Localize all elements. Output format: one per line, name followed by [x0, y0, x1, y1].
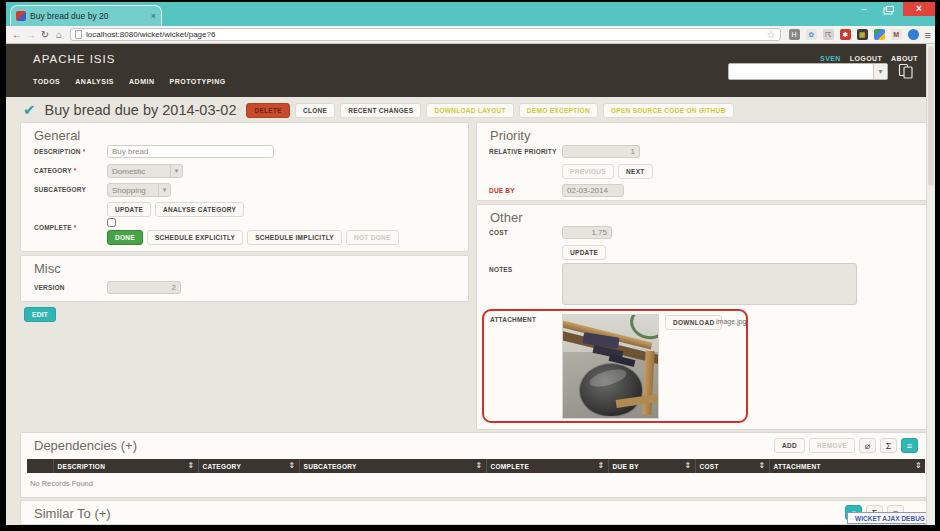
menu-item-prototyping[interactable]: PROTOTYPING	[169, 78, 225, 85]
other-panel: Other COST 1.75 UPDATE NOTES ATTACHMENT	[476, 204, 926, 430]
category-select[interactable]: Domestic ▾	[107, 164, 183, 178]
sort-icon[interactable]: ⇕	[597, 461, 604, 470]
sort-icon[interactable]: ⇕	[915, 461, 922, 470]
column-attachment[interactable]: ATTACHMENT⇕	[769, 459, 925, 473]
browser-tab-bar: Buy bread due by 20 × – ×	[6, 2, 935, 26]
recent-changes-button[interactable]: RECENT CHANGES	[340, 103, 421, 118]
bookmark-star-icon[interactable]: ☆	[767, 29, 776, 40]
browser-toolbar: ← → ↻ ⌂ localhost:8080/wicket/wicket/pag…	[6, 26, 935, 44]
summary-sigma-icon[interactable]: Σ	[880, 438, 897, 453]
due-by-field: 02-03-2014	[562, 184, 624, 197]
dependencies-title: Dependencies (+)	[34, 438, 137, 453]
copy-link-icon[interactable]	[898, 63, 914, 79]
description-field[interactable]	[107, 145, 274, 158]
home-icon[interactable]: ⌂	[52, 29, 66, 40]
download-button[interactable]: DOWNLOAD	[665, 315, 722, 330]
cost-label: COST	[489, 229, 508, 236]
column-complete[interactable]: COMPLETE⇕	[486, 459, 608, 473]
general-panel: General DESCRIPTION * CATEGORY * Domesti…	[20, 122, 469, 252]
page-viewport: APACHE ISIS SVEN LOGOUT ABOUT TODOS ANAL…	[6, 44, 926, 525]
version-label: VERSION	[34, 284, 65, 291]
done-button[interactable]: DONE	[107, 230, 143, 245]
priority-panel: Priority RELATIVE PRIORITY 1 PREVIOUS NE…	[476, 122, 926, 201]
complete-checkbox[interactable]	[107, 218, 116, 227]
list-view-icon[interactable]: ≡	[901, 438, 918, 453]
back-icon[interactable]: ←	[10, 29, 24, 40]
about-link[interactable]: ABOUT	[891, 55, 918, 62]
tab-close-icon[interactable]: ×	[151, 11, 156, 21]
extension-icon[interactable]	[874, 29, 885, 40]
window-close-button[interactable]: ×	[903, 2, 935, 16]
previous-button: PREVIOUS	[562, 164, 614, 179]
user-name-link[interactable]: SVEN	[820, 55, 841, 62]
add-button[interactable]: ADD	[774, 438, 805, 453]
forward-icon[interactable]: →	[24, 29, 38, 40]
scrollbar-thumb[interactable]	[928, 46, 934, 186]
table-header-row: DESCRIPTION⇕ CATEGORY⇕ SUBCATEGORY⇕ COMP…	[27, 459, 925, 473]
column-category[interactable]: CATEGORY⇕	[198, 459, 299, 473]
extension-icon[interactable]: M	[891, 29, 902, 40]
open-source-button[interactable]: OPEN SOURCE CODE ON GITHUB	[603, 103, 734, 118]
next-button[interactable]: NEXT	[618, 164, 653, 179]
priority-panel-title: Priority	[490, 128, 530, 143]
delete-button[interactable]: DELETE	[246, 103, 289, 118]
update-cost-button[interactable]: UPDATE	[562, 245, 606, 260]
column-cost[interactable]: COST⇕	[695, 459, 769, 473]
sort-icon[interactable]: ⇕	[288, 461, 295, 470]
attachment-image	[562, 314, 659, 419]
sort-icon[interactable]: ⇕	[187, 461, 194, 470]
browser-menu-icon[interactable]: ≡	[925, 29, 931, 41]
column-subcategory[interactable]: SUBCATEGORY⇕	[299, 459, 486, 473]
app-brand[interactable]: APACHE ISIS	[33, 53, 115, 65]
window-minimize-button[interactable]: –	[851, 2, 877, 16]
schedule-explicitly-button[interactable]: SCHEDULE EXPLICITLY	[147, 230, 243, 245]
menu-item-analysis[interactable]: ANALYSIS	[75, 78, 114, 85]
extension-icon[interactable]: H	[789, 29, 800, 40]
address-bar[interactable]: localhost:8080/wicket/wicket/page?6 ☆	[70, 28, 781, 41]
demo-exception-button[interactable]: DEMO EXCEPTION	[519, 103, 598, 118]
caret-down-icon[interactable]: ▾	[873, 64, 887, 79]
clone-button[interactable]: CLONE	[295, 103, 335, 118]
column-description[interactable]: DESCRIPTION⇕	[53, 459, 198, 473]
menu-item-todos[interactable]: TODOS	[33, 78, 60, 85]
extension-icon[interactable]	[908, 29, 919, 40]
url-text[interactable]: localhost:8080/wicket/wicket/page?6	[86, 30, 763, 39]
subcategory-select[interactable]: Shopping ▾	[107, 183, 171, 197]
empty-table-message: No Records Found	[30, 479, 93, 488]
browser-window: Buy bread due by 20 × – × ← → ↻ ⌂ localh…	[6, 2, 935, 525]
menu-item-admin[interactable]: ADMIN	[129, 78, 154, 85]
window-controls: – ×	[851, 2, 935, 16]
attachment-highlight-box: ATTACHMENT DOWNLOAD image.jpg	[482, 309, 748, 423]
window-maximize-button[interactable]	[877, 2, 903, 16]
subcategory-value: Shopping	[108, 186, 158, 195]
cost-field: 1.75	[562, 226, 612, 239]
extension-icon[interactable]: ☈	[823, 29, 834, 40]
wicket-ajax-debug-link[interactable]: WICKET AJAX DEBUG	[847, 512, 926, 524]
hide-columns-icon[interactable]: ⌀	[859, 438, 876, 453]
caret-down-icon: ▾	[158, 184, 170, 196]
update-button[interactable]: UPDATE	[107, 202, 151, 217]
page-scrollbar[interactable]	[926, 44, 935, 525]
extension-icon[interactable]: ✱	[840, 29, 851, 40]
version-field: 2	[107, 281, 181, 294]
reload-icon[interactable]: ↻	[38, 29, 52, 40]
edit-button[interactable]: EDIT	[24, 307, 56, 322]
browser-tab[interactable]: Buy bread due by 20 ×	[10, 5, 162, 26]
extension-icon[interactable]: ▦	[857, 29, 868, 40]
search-select[interactable]: ▾	[728, 63, 888, 80]
sort-icon[interactable]: ⇕	[475, 461, 482, 470]
sort-icon[interactable]: ⇕	[758, 461, 765, 470]
subcategory-label: SUBCATEGORY	[34, 186, 86, 193]
sort-icon[interactable]: ⇕	[684, 461, 691, 470]
todo-check-icon: ✔	[23, 101, 36, 119]
description-label: DESCRIPTION *	[34, 148, 85, 155]
analyse-category-button[interactable]: ANALYSE CATEGORY	[155, 202, 244, 217]
app-menu: TODOS ANALYSIS ADMIN PROTOTYPING	[33, 78, 226, 85]
schedule-implicitly-button[interactable]: SCHEDULE IMPLICITLY	[247, 230, 342, 245]
user-links: SVEN LOGOUT ABOUT	[820, 55, 918, 62]
column-due-by[interactable]: DUE BY⇕	[608, 459, 695, 473]
download-layout-button[interactable]: DOWNLOAD LAYOUT	[426, 103, 513, 118]
dependencies-panel: Dependencies (+) ADD REMOVE ⌀ Σ ≡ DESCRI…	[20, 432, 926, 498]
logout-link[interactable]: LOGOUT	[850, 55, 882, 62]
extension-icon[interactable]: ✿	[806, 29, 817, 40]
